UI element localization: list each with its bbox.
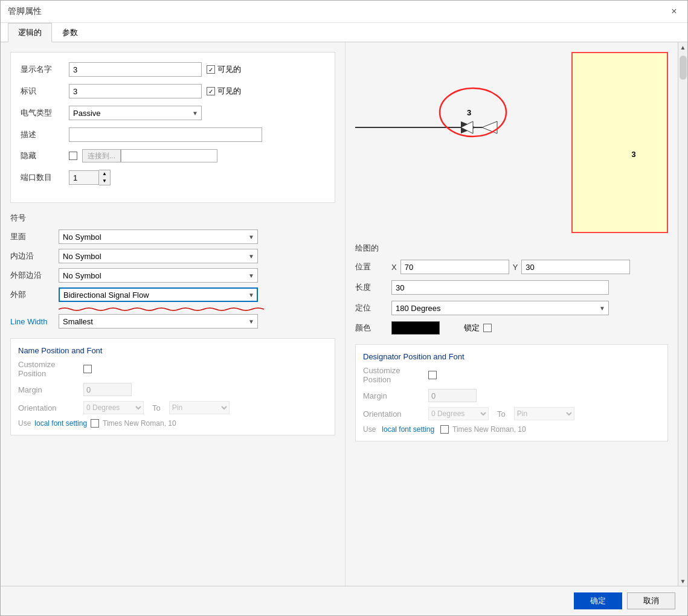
port-count-group: ▲ ▼	[69, 170, 111, 185]
designator-pin-select-wrap: Pin	[514, 407, 574, 420]
length-label: 长度	[355, 282, 391, 293]
scroll-down-button[interactable]: ▼	[678, 576, 688, 586]
designator-font-link[interactable]: local font setting	[382, 425, 434, 434]
pin-line-area: 3	[355, 82, 555, 173]
designator-visible-label: 可见的	[217, 86, 241, 97]
scroll-up-button[interactable]: ▲	[678, 42, 688, 52]
ok-button[interactable]: 确定	[574, 592, 622, 609]
description-label: 描述	[21, 129, 69, 140]
name-font-link[interactable]: local font setting	[34, 419, 87, 428]
designator-margin-input	[428, 389, 477, 402]
x-label: X	[391, 263, 397, 272]
designator-pin-select: Pin	[514, 407, 574, 420]
inner-edge-select[interactable]: No Symbol Dot Clock	[59, 249, 258, 263]
right-panel: 3 3	[345, 42, 678, 586]
annotation-circle	[434, 82, 512, 143]
designator-orientation-row: Orientation 0 Degrees To Pin	[363, 407, 660, 420]
name-to-label: To	[152, 403, 161, 412]
hidden-row: 隐藏 连接到...	[21, 149, 325, 162]
symbol-section-title: 符号	[10, 213, 335, 223]
name-orientation-select-wrap: 0 Degrees	[83, 401, 144, 414]
name-font-use-text: Use	[18, 419, 31, 428]
orientation-select[interactable]: 0 Degrees 90 Degrees 180 Degrees 270 Deg…	[391, 301, 609, 315]
y-input[interactable]	[521, 260, 630, 274]
tab-logical[interactable]: 逻辑的	[8, 23, 52, 42]
close-button[interactable]: ×	[668, 5, 680, 18]
designator-font-row: Use local font setting Times New Roman, …	[363, 425, 660, 434]
elec-type-label: 电气类型	[21, 107, 69, 118]
scroll-thumb[interactable]	[680, 56, 687, 80]
display-name-input[interactable]	[69, 62, 202, 77]
name-margin-label: Margin	[18, 385, 79, 394]
lock-group: 锁定	[464, 322, 492, 333]
outer-edge-select[interactable]: No Symbol Dot Clock	[59, 268, 258, 283]
connect-to-input[interactable]	[121, 149, 217, 162]
position-row: 位置 X Y	[355, 260, 668, 274]
name-orientation-row: Orientation 0 Degrees To Pin	[18, 401, 327, 414]
outer-edge-label: 外部边沿	[10, 270, 59, 281]
elec-type-select[interactable]: Passive Input Output I/O Power	[69, 106, 202, 120]
name-margin-input	[83, 383, 132, 396]
designator-orientation-label: Orientation	[363, 409, 423, 419]
x-input[interactable]	[400, 260, 509, 274]
left-panel: 显示名字 可见的 标识 可见的	[1, 42, 345, 586]
port-count-up-button[interactable]: ▲	[99, 170, 110, 178]
tab-bar: 逻辑的 参数	[1, 23, 687, 42]
elec-type-row: 电气类型 Passive Input Output I/O Power ▼	[21, 106, 325, 120]
display-name-visible-checkbox[interactable]	[207, 65, 215, 74]
port-count-spinner: ▲ ▼	[99, 170, 111, 185]
outside-select[interactable]: No Symbol Bidirectional Signal Flow Righ…	[59, 287, 258, 302]
inner-edge-label: 内边沿	[10, 251, 59, 261]
lock-checkbox[interactable]	[483, 324, 492, 332]
dialog-window: 管脚属性 × 逻辑的 参数 显示名字 可见的	[0, 0, 688, 616]
cancel-button[interactable]: 取消	[627, 592, 675, 609]
bottom-bar: 确定 取消	[1, 586, 687, 615]
port-count-input[interactable]	[69, 170, 99, 185]
tab-params[interactable]: 参数	[52, 23, 88, 42]
name-customize-checkbox[interactable]	[83, 365, 92, 373]
color-picker[interactable]	[391, 321, 440, 335]
name-font-checkbox[interactable]	[91, 419, 99, 428]
outside-label: 外部	[10, 289, 59, 300]
designator-visible-checkbox[interactable]	[207, 87, 215, 95]
description-row: 描述	[21, 127, 325, 142]
port-count-label: 端口数目	[21, 172, 69, 183]
line-width-row: Line Width Smallest Small Medium Large ▼	[10, 314, 335, 329]
name-orientation-select: 0 Degrees	[83, 401, 144, 414]
name-pin-select-wrap: Pin	[169, 401, 230, 414]
outside-row: 外部 No Symbol Bidirectional Signal Flow R…	[10, 287, 335, 302]
scrollbar: ▲ ▼	[678, 42, 687, 586]
designator-customize-checkbox[interactable]	[428, 371, 437, 379]
symbol-section: 符号 里面 No Symbol Dot Clock ▼ 内边沿	[10, 213, 335, 329]
hidden-checkbox[interactable]	[69, 152, 77, 160]
name-position-section: Name Position and Font Customize Positio…	[10, 338, 335, 435]
content-area: 显示名字 可见的 标识 可见的	[1, 42, 687, 586]
connect-to-button[interactable]: 连接到...	[82, 149, 121, 162]
length-input[interactable]	[391, 280, 609, 295]
designator-row: 标识 可见的	[21, 84, 325, 98]
title-bar: 管脚属性 ×	[1, 1, 687, 23]
designator-to-label: To	[497, 409, 506, 419]
inside-select[interactable]: No Symbol Dot Clock	[59, 229, 258, 244]
description-input[interactable]	[69, 127, 262, 142]
scroll-track	[678, 52, 688, 576]
name-font-row: Use local font setting Times New Roman, …	[18, 419, 327, 428]
designator-input[interactable]	[69, 84, 202, 98]
port-count-down-button[interactable]: ▼	[99, 178, 110, 185]
squiggly-underline	[59, 307, 264, 312]
inner-edge-select-wrap: No Symbol Dot Clock ▼	[59, 249, 258, 263]
name-font-info: Times New Roman, 10	[103, 419, 176, 428]
designator-font-checkbox[interactable]	[440, 425, 449, 434]
svg-point-6	[440, 88, 506, 136]
designator-customize-row: Customize Position	[363, 366, 660, 384]
outer-edge-row: 外部边沿 No Symbol Dot Clock ▼	[10, 268, 335, 283]
position-label: 位置	[355, 261, 391, 272]
line-width-label: Line Width	[10, 317, 59, 326]
designator-visible-group: 可见的	[207, 86, 241, 97]
line-width-select[interactable]: Smallest Small Medium Large	[59, 314, 258, 329]
designator-pos-title: Designator Position and Font	[363, 352, 660, 361]
display-name-row: 显示名字 可见的	[21, 62, 325, 77]
name-pos-title: Name Position and Font	[18, 346, 327, 355]
length-row: 长度	[355, 280, 668, 295]
lock-label: 锁定	[464, 322, 480, 333]
